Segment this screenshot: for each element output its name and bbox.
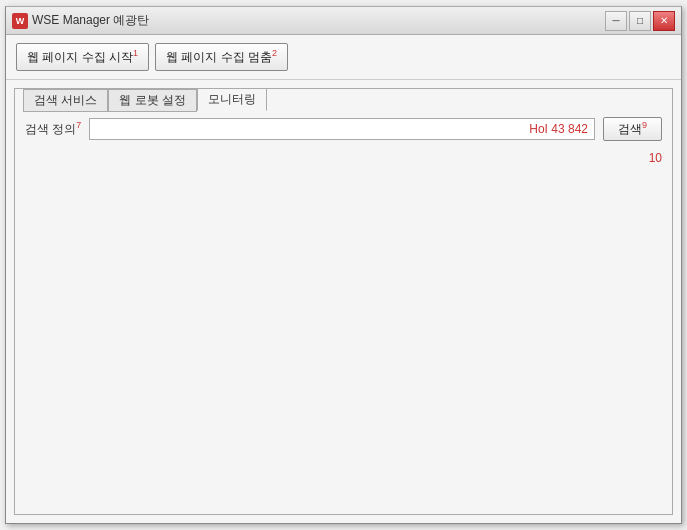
results-area: 10 — [25, 151, 662, 504]
tab-bar: 검색 서비스 웹 로봇 설정 모니터링 — [23, 88, 267, 111]
toolbar: 웹 페이지 수집 시작1 웹 페이지 수집 멈춤2 — [6, 35, 681, 80]
title-bar-controls: ─ □ ✕ — [605, 11, 675, 31]
window-icon: W — [12, 13, 28, 29]
search-button[interactable]: 검색9 — [603, 117, 662, 141]
close-button[interactable]: ✕ — [653, 11, 675, 31]
content-area: 검색 서비스 웹 로봇 설정 모니터링 검색 정의7 — [6, 80, 681, 523]
search-definition-label: 검색 정의7 — [25, 120, 81, 138]
search-input[interactable] — [89, 118, 595, 140]
group-box: 검색 서비스 웹 로봇 설정 모니터링 검색 정의7 — [14, 88, 673, 515]
tab-search-service[interactable]: 검색 서비스 — [23, 89, 108, 112]
search-row: 검색 정의7 검색9 — [25, 117, 662, 141]
results-number: 10 — [649, 151, 662, 165]
main-window: W WSE Manager 예광탄 ─ □ ✕ 웹 페이지 수집 시작1 웹 페… — [5, 6, 682, 524]
title-bar: W WSE Manager 예광탄 ─ □ ✕ — [6, 7, 681, 35]
stop-collection-button[interactable]: 웹 페이지 수집 멈춤2 — [155, 43, 288, 71]
start-collection-button[interactable]: 웹 페이지 수집 시작1 — [16, 43, 149, 71]
tab-web-robot-settings[interactable]: 웹 로봇 설정 — [108, 89, 197, 112]
tab-content: 검색 정의7 검색9 10 — [15, 107, 672, 514]
tab-monitoring[interactable]: 모니터링 — [197, 88, 267, 111]
maximize-button[interactable]: □ — [629, 11, 651, 31]
window-title: WSE Manager 예광탄 — [32, 12, 605, 29]
minimize-button[interactable]: ─ — [605, 11, 627, 31]
